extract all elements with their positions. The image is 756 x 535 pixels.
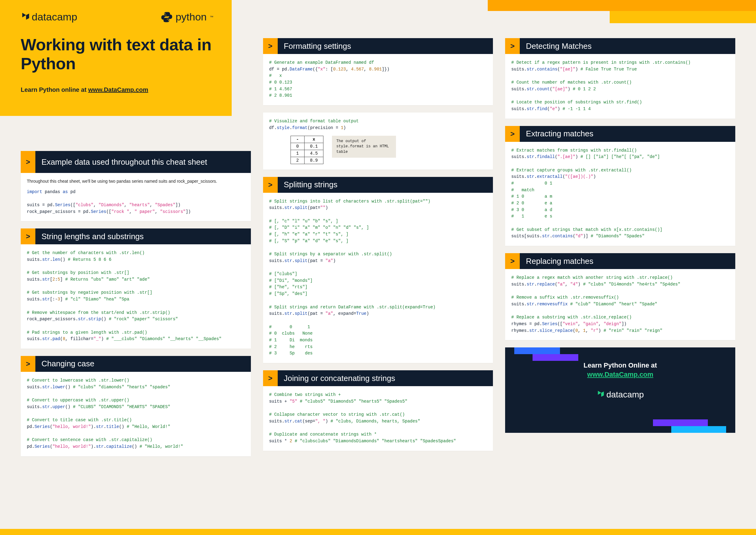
section-formatting: > Formatting settings # Generate an exam… bbox=[263, 38, 493, 105]
section-header: > Formatting settings bbox=[263, 38, 493, 54]
section-changing-case: > Changing case # Convert to lowercase w… bbox=[21, 356, 251, 456]
section-string-lengths: > String lengths and substrings # Get th… bbox=[21, 228, 251, 349]
table-row: 0 0.1 bbox=[290, 143, 323, 150]
formatting-output-block: # Visualize and format table output df.s… bbox=[263, 113, 493, 169]
section-marker-icon: > bbox=[263, 38, 278, 54]
section-title: Changing case bbox=[35, 356, 100, 372]
decor-block bbox=[671, 426, 726, 433]
fmt-th-1: x bbox=[305, 136, 323, 143]
section-body: # Detect if a regex pattern is present i… bbox=[505, 54, 735, 119]
code-detect: # Detect if a regex pattern is present i… bbox=[511, 60, 729, 113]
code-case: # Convert to lowercase with .str.lower()… bbox=[27, 377, 245, 450]
footer-logo: datacamp bbox=[511, 389, 729, 400]
section-header: > Detecting Matches bbox=[505, 38, 735, 54]
section-body: # Extract matches from strings with str.… bbox=[505, 142, 735, 246]
formatting-row: - x 0 0.1 1 4.5 2 bbox=[269, 136, 487, 164]
section-body: Throughout this cheat sheet, we'll be us… bbox=[21, 173, 251, 221]
section-marker-icon: > bbox=[21, 228, 35, 244]
section-marker-icon: > bbox=[263, 177, 278, 193]
code-example: import pandas as pd suits = pd.Series(["… bbox=[27, 189, 245, 215]
logo-row: datacamp python ™ bbox=[21, 11, 213, 23]
datacamp-mark-icon bbox=[597, 389, 605, 400]
footer-link[interactable]: www.DataCamp.com bbox=[587, 371, 653, 379]
formatting-table: - x 0 0.1 1 4.5 2 bbox=[290, 136, 324, 164]
fmt-td: 0 bbox=[290, 143, 304, 150]
footer-tagline: Learn Python Online at bbox=[511, 361, 729, 369]
section-title: Extracting matches bbox=[520, 126, 599, 142]
code-extract: # Extract matches from strings with str.… bbox=[511, 147, 729, 240]
code-lengths: # Get the number of characters with .str… bbox=[27, 250, 245, 343]
section-joining: > Joining or concatenating strings # Com… bbox=[263, 370, 493, 451]
section-marker-icon: > bbox=[263, 370, 278, 386]
section-detecting: > Detecting Matches # Detect if a regex … bbox=[505, 38, 735, 119]
table-row: 1 4.5 bbox=[290, 150, 323, 157]
section-header: > Joining or concatenating strings bbox=[263, 370, 493, 386]
section-header: > Extracting matches bbox=[505, 126, 735, 142]
section-marker-icon: > bbox=[21, 151, 35, 173]
column-2: > Formatting settings # Generate an exam… bbox=[263, 38, 493, 523]
datacamp-wordmark: datacamp bbox=[32, 11, 77, 23]
datacamp-mark-icon bbox=[21, 11, 30, 23]
code-replace: # Replace a regex match with another str… bbox=[511, 274, 729, 334]
fmt-th-0: - bbox=[290, 136, 304, 143]
section-splitting: > Splitting strings # Split strings into… bbox=[263, 177, 493, 363]
table-row: 2 8.9 bbox=[290, 157, 323, 164]
section-title: String lengths and substrings bbox=[35, 228, 150, 244]
decor-bottom bbox=[0, 529, 756, 535]
section-replacing: > Replacing matches # Replace a regex ma… bbox=[505, 253, 735, 340]
python-wordmark: python bbox=[176, 11, 207, 23]
section-body: # Get the number of characters with .str… bbox=[21, 244, 251, 349]
fmt-td: 0.1 bbox=[305, 143, 323, 150]
section-title: Splitting strings bbox=[278, 177, 343, 193]
code-fmt-a: # Generate an example DataFramed named d… bbox=[269, 60, 487, 99]
section-body: # Replace a regex match with another str… bbox=[505, 269, 735, 340]
section-marker-icon: > bbox=[505, 126, 520, 142]
fmt-td: 1 bbox=[290, 150, 304, 157]
code-join: # Combine two strings with + suits + "5"… bbox=[269, 392, 487, 445]
section-body: # Convert to lowercase with .str.lower()… bbox=[21, 372, 251, 456]
section-body: # Generate an example DataFramed named d… bbox=[263, 54, 493, 105]
fmt-td: 4.5 bbox=[305, 150, 323, 157]
python-icon bbox=[161, 11, 173, 23]
section-marker-icon: > bbox=[505, 253, 520, 269]
fmt-td: 8.9 bbox=[305, 157, 323, 164]
section-body: # Combine two strings with + suits + "5"… bbox=[263, 386, 493, 451]
section-title: Detecting Matches bbox=[520, 38, 598, 54]
column-1: > Example data used throughout this chea… bbox=[21, 38, 251, 523]
section-body: # Split strings into list of characters … bbox=[263, 193, 493, 363]
datacamp-logo: datacamp bbox=[21, 11, 77, 23]
formatting-note: The output of style.format is an HTML ta… bbox=[332, 136, 396, 158]
section-marker-icon: > bbox=[21, 356, 35, 372]
section-title: Example data used throughout this cheat … bbox=[35, 151, 213, 173]
section-header: > Splitting strings bbox=[263, 177, 493, 193]
section-header: > String lengths and substrings bbox=[21, 228, 251, 244]
example-desc: Throughout this cheat sheet, we'll be us… bbox=[27, 179, 245, 184]
code-fmt-b: # Visualize and format table output df.s… bbox=[269, 118, 487, 131]
section-header: > Changing case bbox=[21, 356, 251, 372]
section-extracting: > Extracting matches # Extract matches f… bbox=[505, 126, 735, 246]
section-header: > Example data used throughout this chea… bbox=[21, 151, 251, 173]
section-header: > Replacing matches bbox=[505, 253, 735, 269]
decor-block bbox=[532, 354, 578, 361]
fmt-td: 2 bbox=[290, 157, 304, 164]
decor-block bbox=[653, 419, 708, 426]
section-marker-icon: > bbox=[505, 38, 520, 54]
section-title: Formatting settings bbox=[278, 38, 357, 54]
column-3: > Detecting Matches # Detect if a regex … bbox=[505, 38, 735, 523]
section-title: Replacing matches bbox=[520, 253, 599, 269]
trademark: ™ bbox=[210, 15, 213, 19]
section-title: Joining or concatenating strings bbox=[278, 370, 401, 386]
code-split: # Split strings into list of characters … bbox=[269, 198, 487, 357]
decor-top-right bbox=[488, 0, 756, 11]
footer-brand: datacamp bbox=[606, 390, 644, 400]
python-logo: python ™ bbox=[161, 11, 213, 23]
columns: > Example data used throughout this chea… bbox=[21, 38, 735, 523]
decor-block bbox=[514, 348, 560, 354]
section-example-data: > Example data used throughout this chea… bbox=[21, 151, 251, 221]
footer-card: Learn Python Online at www.DataCamp.com … bbox=[505, 348, 735, 433]
